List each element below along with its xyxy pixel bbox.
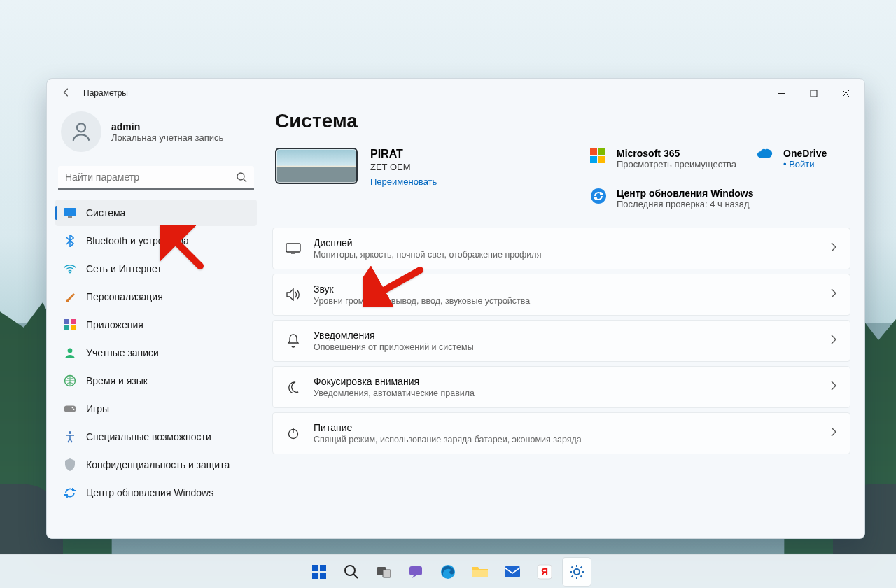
card-display[interactable]: Дисплей Мониторы, яркость, ночной свет, …: [272, 227, 850, 270]
taskbar-start[interactable]: [305, 558, 333, 586]
promo-subtitle: Последняя проверка: 4 ч назад: [617, 199, 754, 209]
pc-wallpaper-thumb[interactable]: [275, 148, 358, 184]
pc-name: PIRAT: [370, 148, 437, 160]
promo-onedrive[interactable]: OneDrive • Войти: [757, 148, 848, 169]
card-subtitle: Уровни громкости, вывод, ввод, звуковые …: [314, 296, 530, 306]
sidebar-item-apps[interactable]: Приложения: [55, 312, 257, 338]
svg-rect-21: [286, 244, 300, 252]
taskbar-yandex[interactable]: Я: [531, 558, 559, 586]
sidebar-item-accounts[interactable]: Учетные записи: [55, 340, 257, 366]
card-subtitle: Мониторы, яркость, ночной свет, отображе…: [314, 250, 541, 260]
svg-rect-8: [64, 326, 69, 330]
sidebar-item-bluetooth[interactable]: Bluetooth и устройства: [55, 227, 257, 254]
page-title: Система: [275, 110, 850, 132]
back-button[interactable]: [57, 88, 76, 99]
profile-subtitle: Локальная учетная запись: [111, 132, 223, 143]
svg-point-1: [77, 123, 85, 132]
card-subtitle: Оповещения от приложений и системы: [314, 342, 474, 352]
sidebar-item-label: Игры: [86, 403, 109, 414]
taskbar-settings[interactable]: [563, 558, 591, 586]
pc-oem: ZET OEM: [370, 162, 437, 172]
card-title: Фокусировка внимания: [314, 376, 475, 387]
microsoft-logo-icon: [590, 148, 607, 164]
svg-point-27: [345, 566, 355, 575]
chevron-right-icon: [830, 381, 837, 393]
power-icon: [286, 427, 301, 440]
maximize-button[interactable]: [797, 82, 830, 104]
svg-rect-30: [410, 566, 422, 575]
onedrive-icon: [757, 148, 774, 164]
promo-windows-update[interactable]: Центр обновления Windows Последняя прове…: [590, 188, 828, 209]
main-content: Система PIRAT ZET OEM Переименовать: [265, 107, 864, 538]
minimize-icon: [778, 90, 785, 97]
wifi-icon: [64, 262, 76, 275]
sidebar-item-label: Специальные возможности: [86, 431, 211, 442]
card-sound[interactable]: Звук Уровни громкости, вывод, ввод, звук…: [272, 274, 850, 316]
taskview-icon: [375, 564, 392, 580]
taskbar-edge[interactable]: [434, 558, 462, 586]
maximize-icon: [810, 90, 818, 97]
profile-block[interactable]: admin Локальная учетная запись: [55, 107, 257, 163]
card-title: Питание: [314, 422, 582, 433]
sidebar-item-label: Система: [86, 207, 125, 218]
close-button[interactable]: [830, 82, 862, 104]
sidebar-item-accessibility[interactable]: Специальные возможности: [55, 424, 257, 450]
chevron-right-icon: [830, 288, 837, 301]
promo-title: OneDrive: [783, 148, 827, 159]
monitor-icon: [286, 243, 301, 254]
minimize-button[interactable]: [765, 82, 797, 104]
sidebar-item-system[interactable]: Система: [55, 200, 257, 226]
svg-text:Я: Я: [541, 566, 548, 578]
settings-cards: Дисплей Мониторы, яркость, ночной свет, …: [272, 227, 850, 454]
svg-rect-6: [64, 319, 69, 324]
sidebar-item-update[interactable]: Центр обновления Windows: [55, 479, 257, 506]
taskbar-chat[interactable]: [402, 558, 430, 586]
yandex-icon: Я: [536, 564, 553, 580]
sidebar-item-network[interactable]: Сеть и Интернет: [55, 255, 257, 282]
card-power[interactable]: Питание Спящий режим, использование заря…: [272, 412, 850, 454]
sidebar-item-time[interactable]: Время и язык: [55, 368, 257, 394]
promo-title: Microsoft 365: [617, 148, 736, 159]
search-input[interactable]: [58, 166, 254, 190]
pc-card: PIRAT ZET OEM Переименовать: [275, 148, 573, 188]
pc-rename-link[interactable]: Переименовать: [370, 176, 437, 187]
sidebar-item-gaming[interactable]: Игры: [55, 396, 257, 422]
card-focus[interactable]: Фокусировка внимания Уведомления, автома…: [272, 366, 850, 408]
svg-rect-33: [505, 566, 520, 578]
sidebar-item-personalization[interactable]: Персонализация: [55, 284, 257, 310]
sidebar-item-privacy[interactable]: Конфиденциальность и защита: [55, 451, 257, 478]
svg-point-20: [591, 188, 606, 204]
bluetooth-icon: [64, 234, 76, 247]
shield-icon: [64, 458, 76, 471]
sidebar-item-label: Персонализация: [86, 291, 163, 302]
taskbar-search[interactable]: [337, 558, 365, 586]
promo-subtitle: Просмотреть преимущества: [617, 159, 736, 169]
speaker-icon: [286, 288, 301, 301]
search-box[interactable]: [58, 166, 254, 190]
accessibility-icon: [64, 430, 76, 443]
taskbar-taskview[interactable]: [370, 558, 398, 586]
sidebar-item-label: Учетные записи: [86, 347, 159, 358]
promo-subtitle[interactable]: • Войти: [783, 159, 827, 169]
arrow-left-icon: [62, 88, 71, 97]
account-icon: [64, 346, 76, 359]
taskbar-explorer[interactable]: [466, 558, 494, 586]
edge-icon: [440, 564, 456, 580]
promo-microsoft365[interactable]: Microsoft 365 Просмотреть преимущества: [590, 148, 737, 169]
chevron-right-icon: [830, 335, 837, 347]
svg-rect-17: [598, 148, 606, 155]
nav-list: Система Bluetooth и устройства Сеть и Ин…: [55, 200, 257, 506]
sidebar-item-label: Сеть и Интернет: [86, 263, 162, 274]
search-icon: [236, 172, 247, 186]
svg-point-14: [73, 409, 74, 410]
sidebar-item-label: Конфиденциальность и защита: [86, 459, 230, 470]
gamepad-icon: [64, 402, 76, 415]
svg-point-2: [237, 173, 244, 180]
taskbar-mail[interactable]: [498, 558, 526, 586]
card-notifications[interactable]: Уведомления Оповещения от приложений и с…: [272, 320, 850, 362]
svg-rect-12: [64, 406, 76, 412]
taskbar: Я: [0, 554, 896, 588]
svg-rect-32: [472, 570, 488, 578]
card-title: Уведомления: [314, 330, 474, 341]
svg-rect-19: [598, 156, 606, 163]
